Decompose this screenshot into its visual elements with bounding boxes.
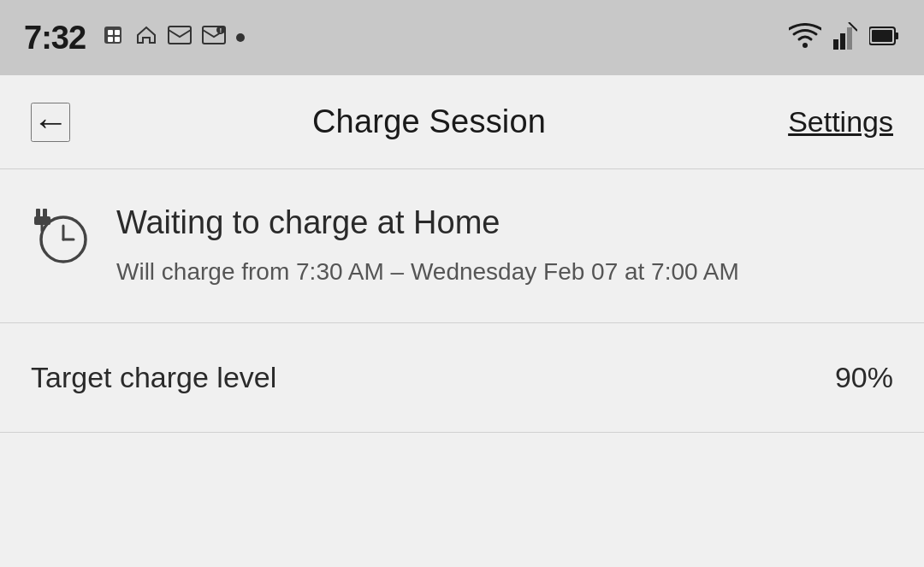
wifi-icon (789, 23, 821, 52)
home-icon (135, 24, 157, 51)
settings-link[interactable]: Settings (788, 105, 893, 139)
charge-status-subtitle: Will charge from 7:30 AM – Wednesday Feb… (116, 255, 893, 288)
charge-status-text: Waiting to charge at Home Will charge fr… (116, 204, 893, 288)
svg-text:!: ! (220, 27, 222, 33)
target-charge-section[interactable]: Target charge level 90% (0, 323, 924, 433)
plug-clock-icon (31, 207, 92, 269)
charge-status-title: Waiting to charge at Home (116, 204, 893, 243)
svg-rect-23 (34, 216, 50, 225)
svg-rect-22 (43, 209, 47, 217)
mail-icon-2: ! (202, 26, 226, 50)
svg-rect-17 (872, 30, 892, 42)
notification-dot (236, 33, 245, 42)
page-title: Charge Session (312, 103, 546, 140)
status-bar: 7:32 (0, 0, 924, 75)
svg-rect-12 (847, 27, 852, 50)
svg-rect-1 (108, 30, 113, 35)
charge-status-section: Waiting to charge at Home Will charge fr… (0, 169, 924, 323)
svg-rect-5 (169, 27, 191, 44)
svg-rect-21 (36, 209, 40, 217)
target-charge-label: Target charge level (31, 361, 276, 394)
status-left: 7:32 (24, 20, 245, 56)
back-button[interactable]: ← (31, 103, 70, 142)
svg-rect-2 (115, 30, 120, 35)
svg-rect-3 (108, 37, 113, 42)
svg-rect-16 (895, 32, 898, 39)
main-content: Waiting to charge at Home Will charge fr… (0, 169, 924, 433)
charge-status-icon-wrapper (31, 207, 92, 272)
teams-icon (101, 23, 125, 52)
svg-rect-10 (833, 39, 838, 50)
status-right (789, 22, 900, 53)
svg-point-9 (803, 43, 808, 48)
battery-icon (869, 26, 900, 50)
status-time: 7:32 (24, 20, 86, 56)
svg-rect-4 (115, 37, 120, 42)
signal-icon (833, 22, 857, 53)
back-arrow-icon: ← (33, 104, 68, 140)
svg-rect-11 (840, 33, 845, 50)
mail-icon-1 (168, 26, 192, 50)
status-icons: ! (101, 23, 245, 52)
target-charge-value: 90% (835, 361, 893, 394)
app-header: ← Charge Session Settings (0, 75, 924, 169)
